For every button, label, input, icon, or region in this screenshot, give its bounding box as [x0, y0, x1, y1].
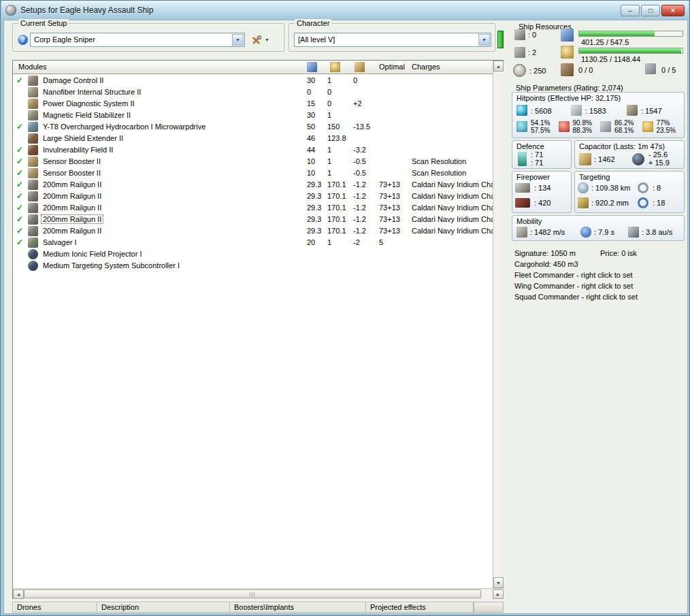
table-row[interactable]: Nanofiber Internal Structure II00	[13, 86, 493, 98]
footer-tab-drones[interactable]: Drones	[13, 602, 97, 612]
table-row[interactable]: ✓Sensor Booster II101-0.5Scan Resolution	[13, 156, 493, 167]
active-check-icon: ✓	[16, 191, 23, 201]
horizontal-scrollbar[interactable]: ◄ ||| ►	[13, 588, 504, 599]
capacitor-column-icon	[355, 62, 365, 72]
table-row[interactable]: ✓200mm Railgun II29.3170.1-1.273+13Calda…	[13, 191, 493, 202]
module-cpu-value: 30	[307, 76, 315, 84]
module-optimal-value: 73+13	[379, 192, 400, 200]
table-row[interactable]: Power Diagnostic System II150+2	[13, 98, 493, 110]
scroll-left-button[interactable]: ◄	[13, 589, 24, 599]
table-row[interactable]: ✓Invulnerability Field II441-3.2	[13, 144, 493, 156]
active-check-icon: ✓	[16, 76, 23, 85]
table-row[interactable]: ✓Salvager I201-25	[13, 237, 493, 248]
module-capacitor-value: -13.5	[353, 123, 370, 131]
module-capacitor-value: -1.2	[353, 180, 366, 189]
table-row[interactable]: ✓Sensor Booster II101-0.5Scan Resolution	[13, 167, 493, 179]
launcher-hardpoints-value: : 2	[528, 48, 536, 56]
footer-tab-boosters-implants[interactable]: Boosters\Implants	[230, 602, 366, 612]
optimal-column-header: Optimal	[379, 63, 405, 71]
module-optimal-value: 5	[379, 238, 383, 246]
minimize-button[interactable]: –	[621, 5, 640, 16]
module-capacitor-value: -1.2	[353, 215, 366, 223]
table-row[interactable]: Large Shield Extender II46123.8	[13, 133, 493, 144]
character-dropdown-button[interactable]: ▼	[478, 34, 490, 46]
powergrid-column-icon	[330, 62, 340, 72]
cpu-icon	[561, 29, 574, 42]
setup-tools-button[interactable]: ▼	[249, 33, 272, 47]
active-check-icon: ✓	[16, 203, 23, 212]
capacitor-balance-icon	[632, 153, 644, 165]
volley-icon	[515, 183, 530, 193]
defence-label: Defence	[516, 142, 544, 150]
table-row[interactable]: Medium Ionic Field Projector I	[13, 248, 493, 260]
module-cpu-value: 50	[307, 123, 315, 131]
table-row[interactable]: ✓200mm Railgun II29.3170.1-1.273+13Calda…	[13, 225, 493, 237]
maximize-button[interactable]: □	[641, 5, 660, 16]
character-combobox[interactable]: [All level V] ▼	[294, 33, 491, 47]
resist-row: 54.1%57.5%90.8%88.3%86.2%68.1%77%23.5%	[516, 118, 684, 136]
active-check-icon: ✓	[16, 157, 23, 166]
module-cpu-value: 46	[307, 134, 315, 142]
footer-disabled-button[interactable]	[474, 602, 503, 612]
wrench-icon	[251, 35, 262, 46]
squad-commander-text[interactable]: Squad Commander - right click to set	[514, 293, 638, 301]
module-cpu-value: 29.3	[307, 192, 321, 200]
module-powergrid-value: 1	[327, 238, 331, 246]
resist-group: 54.1%57.5%	[516, 118, 559, 136]
scroll-right-button[interactable]: ►	[493, 589, 504, 599]
kinetic-resist-icon	[600, 121, 611, 132]
scroll-up-button[interactable]: ▲	[493, 61, 504, 71]
firepower-label: Firepower	[516, 173, 550, 181]
cpu-bar	[578, 31, 683, 37]
close-button[interactable]: ×	[661, 5, 685, 16]
module-charges-value: Caldari Navy Iridium Char...	[412, 204, 493, 212]
table-row[interactable]: Magnetic Field Stabilizer II301	[13, 110, 493, 121]
module-powergrid-value: 170.1	[327, 180, 346, 189]
footer-tab-description[interactable]: Description	[97, 602, 230, 612]
module-icon	[28, 214, 38, 225]
shield-hp-value: : 5608	[531, 107, 552, 115]
table-header: Modules Optimal Charges	[13, 61, 493, 74]
table-row[interactable]: ✓200mm Railgun II29.3170.1-1.273+13Calda…	[13, 179, 493, 191]
module-charges-value: Caldari Navy Iridium Char...	[412, 192, 493, 200]
help-icon[interactable]: ?	[18, 35, 28, 45]
module-optimal-value: 73+13	[379, 227, 400, 235]
module-name: Medium Targeting System Subcontroller I	[42, 261, 181, 270]
vertical-scrollbar[interactable]: ▲ ▼	[493, 61, 504, 588]
setup-dropdown-button[interactable]: ▼	[232, 34, 244, 46]
table-row[interactable]: ✓Y-T8 Overcharged Hydrocarbon I Microwar…	[13, 121, 493, 133]
module-charges-value: Caldari Navy Iridium Char...	[412, 180, 493, 189]
wing-commander-text[interactable]: Wing Commander - right click to set	[514, 282, 633, 290]
right-panel: Ship Resources : 0 : 2 : 250 401.25 / 54…	[510, 20, 687, 613]
horizontal-scroll-thumb[interactable]: |||	[24, 589, 481, 598]
capacitor-box: Capacitor (Lasts: 1m 47s) : 1462 - 25.6 …	[574, 140, 685, 169]
armor-resist-value: 23.5%	[657, 127, 676, 134]
module-powergrid-value: 1	[327, 169, 331, 177]
sensor-strength-value: : 18	[653, 199, 665, 207]
table-row[interactable]: ✓Damage Control II3010	[13, 75, 493, 86]
module-cpu-value: 0	[307, 88, 311, 96]
module-icon	[28, 203, 38, 213]
calibration-icon	[513, 64, 526, 77]
module-name: Nanofiber Internal Structure II	[42, 88, 142, 96]
module-powergrid-value: 1	[327, 111, 331, 119]
setup-combobox[interactable]: Corp Eagle Sniper ▼	[30, 33, 245, 47]
window: Setups for Eagle Heavy Assault Ship – □ …	[0, 0, 690, 616]
turret-hardpoints-value: : 0	[528, 31, 536, 39]
module-icon	[28, 87, 38, 97]
table-row[interactable]: ✓200mm Railgun II29.3170.1-1.273+13Calda…	[13, 202, 493, 214]
cargohold-text: Cargohold: 450 m3	[514, 260, 578, 268]
slot-usage-value: 0 / 5	[661, 66, 676, 74]
scroll-down-button[interactable]: ▼	[493, 577, 504, 588]
module-cpu-value: 10	[307, 169, 315, 177]
targeting-range-icon	[578, 182, 589, 193]
resist-group: 90.8%88.3%	[559, 118, 601, 136]
active-check-icon: ✓	[16, 145, 23, 155]
footer-tab-projected-effects[interactable]: Projected effects	[366, 602, 474, 612]
fleet-commander-text[interactable]: Fleet Commander - right click to set	[514, 271, 633, 279]
table-row[interactable]: Medium Targeting System Subcontroller I	[13, 260, 493, 272]
hull-hp-icon	[627, 105, 638, 116]
title-bar[interactable]: Setups for Eagle Heavy Assault Ship – □ …	[1, 1, 689, 20]
shield-resist-value: 77%	[657, 119, 676, 127]
table-row[interactable]: ✓200mm Railgun II29.3170.1-1.273+13Calda…	[13, 214, 493, 225]
